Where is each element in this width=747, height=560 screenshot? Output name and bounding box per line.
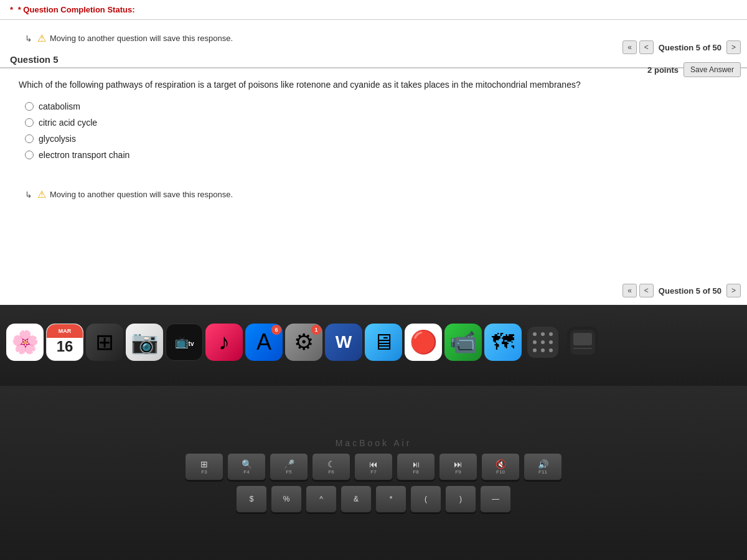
f4-label: F4: [243, 469, 249, 475]
question-of-label-bottom: Question 5 of 50: [656, 286, 724, 296]
dock-facetime-icon[interactable]: 📹: [444, 324, 482, 361]
key-lparen[interactable]: (: [410, 485, 441, 513]
nav-bar-bottom: « < Question 5 of 50 >: [622, 284, 741, 297]
question-body: Which of the following pathways of respi…: [0, 68, 747, 170]
appletv-label: 📺tv: [175, 335, 194, 349]
f7-icon: ⏮: [369, 459, 378, 469]
key-caret[interactable]: ^: [306, 485, 337, 513]
nav-first-button-bottom[interactable]: «: [622, 284, 637, 297]
quiz-content-area: * * Question Completion Status: ↳ ⚠ Movi…: [0, 0, 747, 324]
radio-electron-transport[interactable]: [25, 151, 34, 159]
dock-appstore-icon[interactable]: A 6: [245, 324, 283, 361]
finder-emoji: 📷: [131, 331, 159, 353]
question-number-label: Question 5: [10, 54, 59, 65]
f11-label: F11: [538, 469, 547, 475]
macbook-label: MacBook Air: [336, 438, 412, 448]
f9-icon: ⏭: [454, 459, 463, 469]
dock-calendar-icon[interactable]: MAR 16: [46, 324, 83, 361]
caret-symbol: ^: [319, 495, 323, 503]
arrow-indicator-bottom: ↳: [25, 190, 32, 200]
dock-finder-icon[interactable]: 📷: [126, 324, 163, 361]
dock-settings-icon[interactable]: ⚙ 1: [285, 324, 322, 361]
option-label-3: glycolysis: [39, 134, 76, 144]
dash-symbol: —: [492, 495, 499, 503]
f4-icon: 🔍: [242, 459, 252, 469]
key-f4[interactable]: 🔍 F4: [227, 453, 266, 480]
dock-appletv-icon[interactable]: 📺tv: [166, 324, 203, 361]
answer-option-4[interactable]: electron transport chain: [25, 150, 728, 160]
asterisk-icon: *: [10, 5, 13, 14]
points-row: 2 points Save Answer: [647, 62, 741, 77]
dock-mission-control-icon[interactable]: ⊞: [86, 324, 123, 361]
mac-dock: 🌸 MAR 16 ⊞ 📷 📺tv ♪ A 6 ⚙ 1 W 🖥 🔴: [0, 311, 747, 361]
ampersand-symbol: &: [354, 495, 359, 503]
points-label: 2 points: [647, 65, 679, 75]
option-label-1: catabolism: [39, 101, 80, 111]
dock-finder3-icon[interactable]: [564, 324, 601, 361]
key-percent[interactable]: %: [271, 485, 302, 513]
answer-option-1[interactable]: catabolism: [25, 101, 728, 111]
key-f7[interactable]: ⏮ F7: [354, 453, 393, 480]
key-ampersand[interactable]: &: [341, 485, 372, 513]
f10-icon: 🔇: [496, 459, 506, 469]
nav-prev-button-bottom[interactable]: <: [639, 284, 654, 297]
key-dollar[interactable]: $: [236, 485, 267, 513]
answer-option-2[interactable]: citric acid cycle: [25, 118, 728, 128]
nav-next-button-bottom[interactable]: >: [726, 284, 741, 297]
key-rparen[interactable]: ): [445, 485, 476, 513]
f11-icon: 🔊: [538, 459, 548, 469]
radio-glycolysis[interactable]: [25, 134, 34, 143]
lparen-symbol: (: [425, 495, 427, 503]
answer-option-3[interactable]: glycolysis: [25, 134, 728, 144]
key-f10[interactable]: 🔇 F10: [481, 453, 520, 480]
radio-catabolism[interactable]: [25, 102, 34, 111]
finder2-emoji: 🖥: [372, 331, 395, 353]
radio-citric-acid-cycle[interactable]: [25, 118, 34, 127]
key-f3[interactable]: ⊞ F3: [185, 453, 223, 480]
nav-first-button-top[interactable]: «: [622, 40, 637, 54]
f9-label: F9: [455, 469, 461, 475]
word-label: W: [336, 332, 352, 352]
svg-point-4: [533, 340, 537, 344]
dock-music-icon[interactable]: ♪: [205, 324, 243, 361]
dock-finder2-icon[interactable]: 🖥: [365, 324, 402, 361]
key-dash[interactable]: —: [480, 485, 511, 513]
dock-maps-icon[interactable]: 🗺: [484, 324, 522, 361]
key-f8[interactable]: ⏯ F8: [397, 453, 435, 480]
settings-badge: 1: [311, 325, 321, 335]
percent-symbol: %: [283, 495, 290, 503]
dock-launchpad-icon[interactable]: [524, 324, 561, 361]
key-f9[interactable]: ⏭ F9: [439, 453, 477, 480]
symbol-key-row: $ % ^ & * ( ) —: [236, 485, 511, 513]
svg-point-9: [549, 348, 553, 352]
key-f5[interactable]: 🎤 F5: [270, 453, 308, 480]
f10-label: F10: [496, 469, 505, 475]
key-f11[interactable]: 🔊 F11: [524, 453, 562, 480]
warning-row-bottom: ↳ ⚠ Moving to another question will save…: [0, 176, 747, 213]
nav-prev-button-top[interactable]: <: [639, 40, 654, 54]
launchpad-svg: [527, 327, 558, 358]
f5-label: F5: [286, 469, 291, 475]
svg-point-6: [549, 340, 553, 344]
svg-point-3: [549, 332, 553, 336]
dock-word-icon[interactable]: W: [325, 324, 362, 361]
warning-icon-top: ⚠: [37, 32, 46, 44]
svg-point-2: [541, 332, 545, 336]
key-asterisk[interactable]: *: [375, 485, 406, 513]
save-answer-button[interactable]: Save Answer: [684, 62, 741, 77]
f8-label: F8: [413, 469, 418, 475]
dock-chrome-icon[interactable]: 🔴: [405, 324, 442, 361]
maps-emoji: 🗺: [492, 331, 514, 353]
mission-control-emoji: ⊞: [95, 331, 114, 353]
f3-label: F3: [201, 469, 207, 475]
f6-label: F6: [328, 469, 334, 475]
asterisk-symbol: *: [390, 495, 393, 503]
photos-emoji: 🌸: [11, 331, 39, 353]
nav-next-button-top[interactable]: >: [726, 40, 741, 54]
svg-rect-12: [573, 333, 592, 345]
dock-photos-icon[interactable]: 🌸: [6, 324, 44, 361]
rparen-symbol: ): [459, 495, 462, 503]
f8-icon: ⏯: [411, 459, 420, 469]
key-f6[interactable]: ☾ F6: [312, 453, 350, 480]
svg-point-8: [541, 348, 545, 352]
